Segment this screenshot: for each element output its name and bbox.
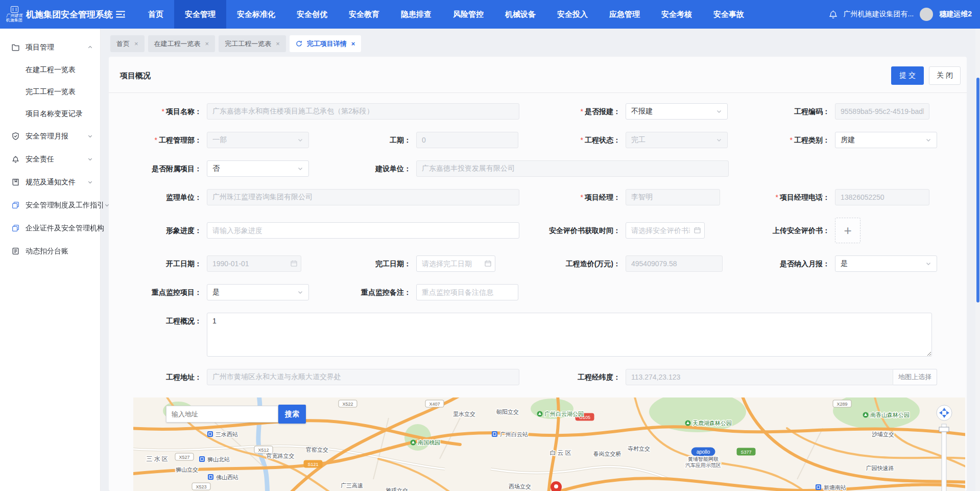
map-compass-control[interactable] <box>937 405 952 420</box>
map-label-text: 雅瑶立交 <box>386 487 408 491</box>
map-label-text: 官宽路立交 <box>267 453 295 459</box>
station-icon <box>208 474 213 480</box>
close-button[interactable]: 关 闭 <box>929 66 961 85</box>
map-label: 寺村立交 <box>628 446 650 452</box>
map-label: 南香山森林公园 <box>863 412 910 418</box>
upload-safety-cert-button[interactable]: + <box>835 218 861 243</box>
end-date-datepicker[interactable] <box>416 255 495 272</box>
nav-item[interactable]: 安全管理 <box>174 0 226 29</box>
monthly-report-select[interactable]: 是 <box>835 255 937 272</box>
nav-item[interactable]: 首页 <box>137 0 174 29</box>
user-avatar[interactable] <box>920 8 933 21</box>
map-label: 官窑立交 <box>306 447 328 453</box>
tab-label: 完工项目详情 <box>307 39 347 49</box>
username[interactable]: 穗建运维2 <box>939 10 972 19</box>
sidebar-item-label: 动态扣分台账 <box>26 247 68 256</box>
road-badge-text: X523 <box>196 484 206 489</box>
field-monitor-remark: 重点监控备注： <box>325 284 535 300</box>
tab-完工项目详情[interactable]: 完工项目详情× <box>290 35 362 52</box>
nav-item[interactable]: 风险管控 <box>442 0 494 29</box>
sidebar-subitem[interactable]: 完工工程一览表 <box>0 81 100 103</box>
book-icon <box>11 178 20 186</box>
tab-在建工程一览表[interactable]: 在建工程一览表× <box>148 35 216 52</box>
sidebar-item[interactable]: 安全管理制度及工作指引 <box>0 194 100 217</box>
field-overview: 工程概况： 1 <box>116 313 953 357</box>
tab-首页[interactable]: 首页× <box>110 35 145 52</box>
map-address-input[interactable] <box>166 406 278 423</box>
field-project-code: 工程编码： <box>744 103 953 120</box>
sidebar-subitem[interactable]: 项目名称变更记录 <box>0 103 100 125</box>
nav-item[interactable]: 机械设备 <box>494 0 546 29</box>
section-title: 项目概况 <box>120 71 151 81</box>
monitor-remark-input[interactable] <box>416 284 518 300</box>
field-label: 完工日期： <box>375 260 411 268</box>
close-icon[interactable]: × <box>134 40 138 48</box>
field-label: 工程类别： <box>794 136 830 144</box>
map-label-text: 寺村立交 <box>628 446 650 452</box>
project-name-input <box>207 103 519 120</box>
map-label: 春岗立交桥 <box>593 451 622 457</box>
required-mark: * <box>581 107 583 115</box>
station-icon <box>816 484 821 490</box>
field-label: 项目经理： <box>585 193 620 201</box>
close-icon[interactable]: × <box>276 40 280 48</box>
select-value: 否 <box>212 164 220 173</box>
field-label: 工程管理部： <box>159 136 202 144</box>
nav-item[interactable]: 隐患排查 <box>390 0 442 29</box>
category-select[interactable]: 房建 <box>835 132 937 148</box>
sidebar-item[interactable]: 安全管理月报 <box>0 125 100 148</box>
map-label: 里水立交 <box>453 411 475 417</box>
main-menu: 首页安全管理安全标准化安全创优安全教育隐患排查风险管控机械设备安全投入应急管理安… <box>137 0 755 29</box>
sidebar-item-label: 企业证件及安全管理机构 <box>26 224 104 233</box>
sidebar-item[interactable]: 项目管理 <box>0 36 100 59</box>
map-label: 朝阳立交 <box>496 409 519 415</box>
scrollbar-thumb[interactable] <box>976 78 979 302</box>
map-canvas[interactable]: 搜索 <box>133 398 965 491</box>
chevron-down-icon <box>297 137 303 143</box>
nav-item[interactable]: 安全事故 <box>703 0 755 29</box>
close-icon[interactable]: × <box>351 40 355 48</box>
map-label-text: 广州白云湖公园 <box>544 411 584 417</box>
sidebar-item-label: 安全管理制度及工作指引 <box>26 201 104 210</box>
tab-bar: 首页×在建工程一览表×完工工程一览表×完工项目详情× <box>101 29 980 57</box>
map-search-button[interactable]: 搜索 <box>278 405 306 424</box>
progress-input[interactable] <box>207 222 519 239</box>
key-monitor-select[interactable]: 是 <box>207 284 309 300</box>
field-label: 工期： <box>390 136 411 144</box>
submit-button[interactable]: 提 交 <box>891 66 924 85</box>
chevron-down-icon <box>87 179 93 185</box>
refresh-icon[interactable] <box>296 40 302 47</box>
map-label: 官宽路立交 <box>267 453 295 459</box>
is-subsidiary-select[interactable]: 否 <box>207 160 309 177</box>
nav-item[interactable]: 安全教育 <box>338 0 390 29</box>
sidebar-item[interactable]: 企业证件及安全管理机构 <box>0 217 100 240</box>
field-label: 项目经理电话： <box>780 193 830 201</box>
field-upload-cert: 上传安全评价书： + <box>744 218 953 243</box>
notification-bell-icon[interactable] <box>829 10 838 19</box>
close-icon[interactable]: × <box>205 40 209 48</box>
pick-on-map-button[interactable]: 地图上选择 <box>893 369 937 385</box>
page-scrollbar[interactable] <box>975 29 980 491</box>
sidebar-item[interactable]: 规范及通知文件 <box>0 171 100 194</box>
nav-item[interactable]: 应急管理 <box>599 0 651 29</box>
field-progress: 形象进度： <box>116 218 535 243</box>
nav-item[interactable]: 安全标准化 <box>226 0 286 29</box>
nav-item[interactable]: 安全创优 <box>286 0 338 29</box>
sidebar-item[interactable]: 安全责任 <box>0 148 100 171</box>
nav-item[interactable]: 安全考核 <box>651 0 703 29</box>
org-switcher[interactable]: 广州机施建设集团有... <box>844 10 914 19</box>
tab-完工工程一览表[interactable]: 完工工程一览表× <box>219 35 286 52</box>
overview-textarea[interactable]: 1 <box>207 313 932 357</box>
chevron-down-icon <box>925 261 931 267</box>
sidebar-subitem[interactable]: 在建工程一览表 <box>0 59 100 81</box>
chevron-down-icon <box>716 108 722 114</box>
is-filed-select[interactable]: 不报建 <box>626 103 728 120</box>
sidebar-item-label: 安全责任 <box>26 155 54 164</box>
eval-time-datepicker[interactable] <box>626 222 705 239</box>
plus-icon: + <box>844 224 851 237</box>
sidebar-item[interactable]: 动态扣分台账 <box>0 240 100 263</box>
field-duration: 工期： <box>325 132 535 148</box>
road-badge: X407 <box>425 400 444 407</box>
nav-item[interactable]: 安全投入 <box>546 0 599 29</box>
menu-fold-icon[interactable] <box>116 11 125 18</box>
